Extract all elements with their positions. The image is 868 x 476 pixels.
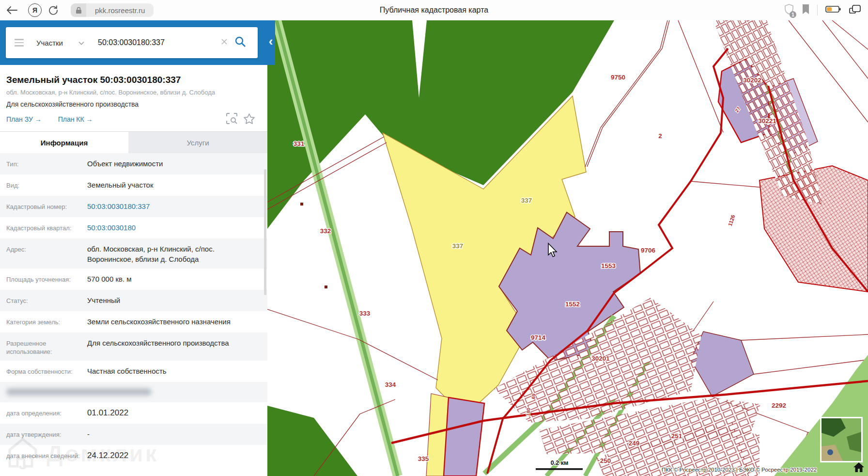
table-row-type: Тип: Объект недвижимости [0, 153, 267, 175]
svg-text:332: 332 [320, 227, 331, 235]
application-window: Я pkk.rosreestr.ru Публичная кадастровая… [0, 0, 868, 476]
table-row-date-entered: дата внесения сведений: 24.12.2022 [0, 445, 267, 466]
row-label: Адрес: [0, 238, 87, 269]
row-label: Площадь уточненная: [0, 269, 87, 290]
table-row-cadastral-block: Кадастровый квартал: 50:03:0030180 [0, 217, 267, 238]
reload-icon[interactable] [48, 5, 58, 15]
cadastral-block-link[interactable]: 50:03:0030180 [87, 217, 267, 238]
row-value: 570 000 кв. м [87, 269, 267, 290]
search-icon[interactable] [234, 36, 246, 49]
row-value: 24.12.2022 [87, 445, 267, 466]
svg-text:30201: 30201 [591, 355, 610, 362]
table-row-area: Площадь уточненная: 570 000 кв. м [0, 269, 267, 290]
zoom-to-object-icon[interactable] [226, 113, 237, 126]
svg-text:9706: 9706 [641, 247, 656, 254]
row-value: Учтенный [87, 290, 267, 311]
table-row-redacted [0, 382, 267, 402]
svg-text:30221: 30221 [758, 117, 776, 125]
table-row-permitted-use: Разрешенное использование: Для сельскохо… [0, 333, 267, 361]
row-label: Кадастровый квартал: [0, 217, 87, 238]
row-label: Кадастровый номер: [0, 196, 87, 217]
svg-text:335: 335 [418, 455, 429, 462]
table-row-land-category: Категория земель: Земли сельскохозяйстве… [0, 311, 267, 333]
object-title: Земельный участок 50:03:0030180:337 [6, 75, 261, 85]
svg-text:251: 251 [671, 432, 682, 440]
shield-badge: 1 [790, 11, 796, 18]
favorite-star-icon[interactable] [244, 113, 255, 126]
row-label: Форма собственности: [0, 361, 87, 382]
plan-kk-link[interactable]: План КК → [58, 115, 93, 123]
svg-text:334: 334 [385, 381, 396, 388]
overview-minimap[interactable] [820, 417, 863, 462]
search-box: Участки [6, 27, 258, 58]
object-purpose: Для сельскохозяйственного производства [6, 100, 261, 108]
svg-text:2292: 2292 [772, 402, 786, 409]
svg-text:1553: 1553 [601, 262, 616, 270]
table-row-kind: Вид: Земельный участок [0, 175, 267, 196]
tab-information[interactable]: Информация [0, 132, 128, 153]
address-bar[interactable]: pkk.rosreestr.ru [86, 3, 154, 17]
object-info-panel: Земельный участок 50:03:0030180:337 обл.… [0, 20, 267, 476]
row-label: дата внесения сведений: [0, 445, 87, 466]
cadastral-map[interactable]: 9750 30202 27 30221 2 331 332 333 334 33… [267, 20, 868, 476]
collapse-panel-icon[interactable]: ‹ [267, 35, 274, 48]
toolbar-divider [817, 5, 818, 16]
yandex-logo-icon[interactable]: Я [28, 3, 42, 17]
cadastral-number-link[interactable]: 50:03:0030180:337 [87, 196, 267, 217]
svg-text:331: 331 [294, 140, 305, 147]
row-label: Категория земель: [0, 311, 87, 333]
svg-text:30202: 30202 [743, 77, 761, 84]
row-label: дата утверждения: [0, 424, 87, 445]
search-input[interactable] [97, 38, 220, 48]
search-bar: Участки ‹ [0, 20, 275, 65]
svg-text:249: 249 [629, 440, 640, 447]
panel-scrollbar[interactable] [264, 169, 266, 295]
bookmark-icon[interactable] [802, 4, 809, 16]
table-row-ownership: Форма собственности: Частная собственнос… [0, 361, 267, 382]
browser-toolbar: Я pkk.rosreestr.ru Публичная кадастровая… [0, 0, 868, 20]
map-container[interactable]: 9750 30202 27 30221 2 331 332 333 334 33… [267, 20, 868, 476]
protect-shield-icon[interactable]: 1 [784, 3, 794, 17]
row-label: Тип: [0, 153, 87, 175]
row-value: Объект недвижимости [87, 153, 267, 175]
svg-text:333: 333 [359, 310, 371, 317]
row-value: - [87, 424, 267, 445]
svg-text:9714: 9714 [531, 334, 546, 341]
svg-text:337: 337 [521, 197, 532, 204]
tab-services[interactable]: Услуги [128, 132, 267, 153]
row-value: Для сельскохозяйственного производства [87, 333, 267, 361]
table-row-status: Статус: Учтенный [0, 290, 267, 311]
row-value: Частная собственность [87, 361, 267, 382]
row-value: Земли сельскохозяйственного назначения [87, 311, 267, 333]
site-security-lock-icon[interactable] [71, 3, 86, 17]
svg-text:9750: 9750 [611, 74, 625, 81]
svg-text:337: 337 [452, 242, 464, 250]
chevron-down-icon[interactable] [78, 38, 84, 47]
svg-text:250: 250 [600, 457, 611, 464]
battery-icon[interactable] [825, 5, 841, 15]
svg-text:69: 69 [531, 393, 537, 399]
redacted-value [6, 388, 152, 396]
back-icon[interactable] [7, 6, 17, 14]
svg-text:2: 2 [658, 132, 662, 140]
svg-text:0.2 км: 0.2 км [551, 460, 568, 466]
tabs-panel-icon[interactable] [849, 4, 861, 16]
object-address: обл. Московская, р-н Клинский, с/пос. Во… [6, 89, 261, 96]
search-category-select[interactable]: Участки [36, 39, 63, 47]
menu-icon[interactable] [15, 39, 24, 46]
panel-tabs: Информация Услуги [0, 131, 267, 153]
plan-zu-link[interactable]: План ЗУ → [6, 115, 42, 123]
row-label: дата определения: [0, 402, 87, 424]
row-label: Разрешенное использование: [0, 333, 87, 361]
clear-search-icon[interactable] [221, 38, 228, 47]
svg-text:180: 180 [525, 407, 531, 416]
table-row-address: Адрес: обл. Московская, р-н Клинский, с/… [0, 238, 267, 269]
table-row-cadastral-number: Кадастровый номер: 50:03:0030180:337 [0, 196, 267, 217]
row-label: Статус: [0, 290, 87, 311]
table-row-date-approved: дата утверждения: - [0, 424, 267, 445]
row-value: Земельный участок [87, 175, 267, 196]
svg-text:1552: 1552 [565, 301, 580, 308]
row-value: 01.01.2022 [87, 402, 267, 424]
map-attribution: ПКК © Росреестр 2010-2023 | БЭКО © Росре… [662, 467, 817, 473]
table-row-date-determined: дата определения: 01.01.2022 [0, 402, 267, 424]
